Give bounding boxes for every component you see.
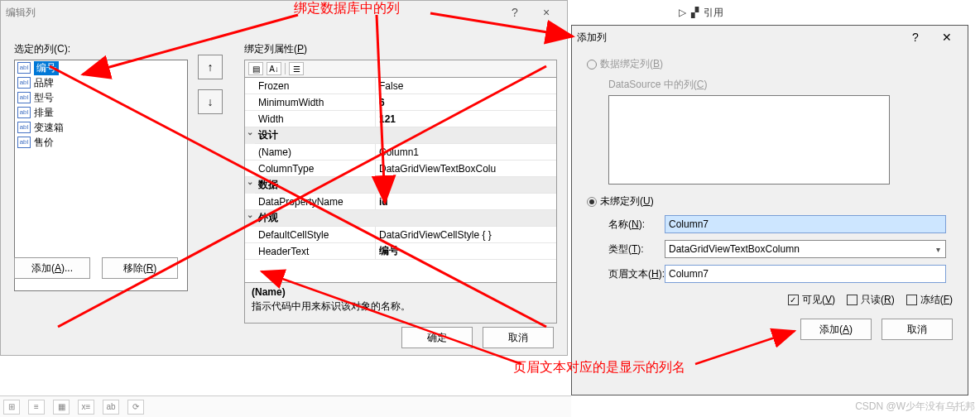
tool-icon[interactable]: ab xyxy=(103,400,119,415)
list-item[interactable]: 变速箱 xyxy=(15,120,187,135)
close-button[interactable]: ✕ xyxy=(931,28,963,46)
dlg2-title: 添加列 xyxy=(577,31,900,45)
categorize-icon[interactable]: ▤ xyxy=(248,62,263,75)
checkbox-icon xyxy=(847,295,858,305)
close-button[interactable]: × xyxy=(531,3,562,22)
remove-button[interactable]: 移除(R) xyxy=(102,257,178,279)
tool-icon[interactable]: ⟳ xyxy=(127,400,144,415)
property-grid[interactable]: FrozenFalse MinimumWidth6 Width121 ⌄设计 (… xyxy=(244,78,557,283)
collapse-icon[interactable]: ⌄ xyxy=(245,210,255,227)
sort-az-icon[interactable]: A↓ xyxy=(267,62,281,75)
column-icon xyxy=(17,107,31,118)
desc-text: 指示代码中用来标识该对象的名称。 xyxy=(252,300,550,314)
checkbox-icon xyxy=(906,295,917,305)
list-item[interactable]: 编号 xyxy=(15,60,187,75)
pg-name: HeaderText xyxy=(245,243,376,260)
pg-name: DataPropertyName xyxy=(245,194,376,210)
props-icon[interactable]: ☰ xyxy=(289,62,304,75)
pg-category: 设计 xyxy=(255,127,386,144)
pg-value[interactable]: False xyxy=(376,78,556,94)
radio-unbound-column[interactable]: 未绑定列(U) xyxy=(587,194,953,208)
pg-value[interactable]: 6 xyxy=(376,94,556,111)
edit-columns-dialog: 编辑列 ? × 选定的列(C): 编号 品牌 型号 排量 变速箱 售价 添加(A… xyxy=(0,0,568,356)
pg-name: (Name) xyxy=(245,144,376,161)
ok-button[interactable]: 确定 xyxy=(401,327,473,348)
datasource-cols-label: DataSource 中的列(C) xyxy=(608,78,953,92)
pg-name: Frozen xyxy=(245,78,376,94)
add-column-dialog: 添加列 ? ✕ 数据绑定列(B) DataSource 中的列(C) 未绑定列(… xyxy=(571,25,968,395)
readonly-checkbox[interactable]: 只读(R) xyxy=(847,293,895,307)
visible-checkbox[interactable]: ✓可见(V) xyxy=(788,293,835,307)
list-item[interactable]: 品牌 xyxy=(15,75,187,90)
tool-icon[interactable]: x≡ xyxy=(78,400,94,415)
pg-category: 数据 xyxy=(255,177,386,194)
pg-name: Width xyxy=(245,111,376,127)
pg-name: DefaultCellStyle xyxy=(245,227,376,243)
pg-value[interactable]: id xyxy=(376,194,556,210)
annotation-header-text: 页眉文本对应的是显示的列名 xyxy=(513,359,685,376)
name-input[interactable] xyxy=(665,215,946,233)
pg-value[interactable]: 121 xyxy=(376,111,556,127)
property-description: (Name) 指示代码中用来标识该对象的名称。 xyxy=(244,282,557,324)
pg-name: ColumnType xyxy=(245,161,376,177)
add-button[interactable]: 添加(A) xyxy=(800,319,872,340)
designer-bottom-toolbar: ⊞ ≡ ▦ x≡ ab ⟳ xyxy=(0,395,571,417)
dlg1-titlebar: 编辑列 ? × xyxy=(1,1,567,24)
name-label: 名称(N): xyxy=(587,218,665,232)
list-item[interactable]: 售价 xyxy=(15,135,187,150)
cancel-button[interactable]: 取消 xyxy=(483,327,554,348)
pg-value[interactable]: DataGridViewCellStyle { } xyxy=(376,227,556,243)
help-button[interactable]: ? xyxy=(900,28,931,46)
reference-icon: ▞ xyxy=(691,7,699,18)
solution-tree-fragment: ▷ ▞ 引用 xyxy=(679,0,723,25)
frozen-checkbox[interactable]: 冻结(F) xyxy=(906,293,953,307)
list-item[interactable]: 型号 xyxy=(15,90,187,105)
header-input[interactable] xyxy=(665,265,946,283)
tool-icon[interactable]: ⊞ xyxy=(3,400,20,415)
header-label: 页眉文本(H): xyxy=(587,267,665,281)
pg-value[interactable]: 编号 xyxy=(376,243,556,260)
pg-category: 外观 xyxy=(255,210,386,227)
type-label: 类型(T): xyxy=(587,242,665,256)
selected-columns-label: 选定的列(C): xyxy=(14,42,188,56)
dlg1-title: 编辑列 xyxy=(6,6,499,20)
column-icon xyxy=(17,62,31,74)
tree-caret-icon: ▷ xyxy=(679,7,686,18)
add-button[interactable]: 添加(A)... xyxy=(14,257,90,279)
type-value: DataGridViewTextBoxColumn xyxy=(669,243,800,255)
radio-icon xyxy=(587,197,597,207)
column-icon xyxy=(17,92,31,103)
tool-icon[interactable]: ≡ xyxy=(28,400,45,415)
radio-bound-column[interactable]: 数据绑定列(B) xyxy=(587,57,953,71)
propertygrid-toolbar: ▤ A↓ ☰ xyxy=(244,60,557,78)
annotation-bind-db-column: 绑定数据库中的列 xyxy=(294,0,400,17)
datasource-columns-list[interactable] xyxy=(608,95,890,185)
type-select[interactable]: DataGridViewTextBoxColumn xyxy=(665,240,946,258)
pg-name: MinimumWidth xyxy=(245,94,376,111)
column-icon xyxy=(17,77,31,89)
tool-icon[interactable]: ▦ xyxy=(53,400,70,415)
checkbox-icon: ✓ xyxy=(788,295,799,305)
move-up-button[interactable]: ↑ xyxy=(198,55,223,79)
column-icon xyxy=(17,122,31,133)
pg-value[interactable]: Column1 xyxy=(376,144,556,161)
list-item[interactable]: 排量 xyxy=(15,105,187,120)
column-icon xyxy=(17,137,31,148)
collapse-icon[interactable]: ⌄ xyxy=(245,177,255,194)
radio-icon xyxy=(587,60,597,70)
tree-node-label: 引用 xyxy=(704,6,723,20)
pg-value[interactable]: DataGridViewTextBoxColu xyxy=(376,161,556,177)
desc-name: (Name) xyxy=(252,286,550,298)
watermark: CSDN @W少年没有乌托邦 xyxy=(855,400,975,414)
move-down-button[interactable]: ↓ xyxy=(198,89,223,114)
cancel-button[interactable]: 取消 xyxy=(882,319,953,340)
selected-columns-list[interactable]: 编号 品牌 型号 排量 变速箱 售价 xyxy=(14,60,188,291)
collapse-icon[interactable]: ⌄ xyxy=(245,127,255,144)
dlg2-titlebar: 添加列 ? ✕ xyxy=(572,26,968,49)
help-button[interactable]: ? xyxy=(499,3,531,22)
bound-props-label: 绑定列属性(P) xyxy=(244,42,557,56)
